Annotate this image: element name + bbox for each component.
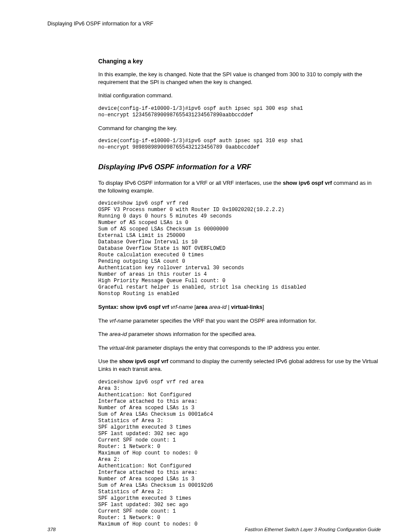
syntax-pipe: |: [227, 304, 231, 310]
page-number: 378: [47, 527, 56, 532]
heading-displaying-ipv6-ospf-vrf: Displaying IPv6 OSPF information for a V…: [98, 163, 381, 171]
para-initial-config: Initial configuration command.: [98, 92, 381, 100]
page-footer: 378 FastIron Ethernet Switch Layer 3 Rou…: [47, 527, 381, 532]
para-use-command: Use the show ipv6 ospf vrf command to di…: [98, 358, 381, 373]
para-change-key: Command for changing the key.: [98, 124, 381, 132]
syntax-bracket-open: [: [193, 304, 196, 310]
heading-changing-a-key: Changing a key: [98, 58, 381, 65]
param-vrf-name: vrf-name: [109, 317, 131, 324]
para-area-id: The area-id parameter shows information …: [98, 330, 381, 338]
text: Use the: [98, 358, 119, 364]
syntax-area-kw: area: [196, 304, 208, 310]
text: parameter shows information for the spec…: [127, 331, 256, 337]
text: To display IPv6 OSPF information for a V…: [98, 180, 283, 186]
text: parameter specifies the VRF that you wan…: [131, 317, 316, 324]
syntax-lead: Syntax: show ipv6 ospf vrf: [98, 304, 171, 310]
syntax-vrf-name: vrf-name: [171, 304, 193, 310]
text: The: [98, 331, 109, 337]
param-area-id: area-id: [109, 331, 127, 337]
running-header: Displaying IPv6 OSPF information for a V…: [47, 21, 381, 27]
code-initial-config: device(config-if-e10000-1/3)#ipv6 ospf a…: [98, 106, 381, 118]
param-virtual-link: virtual-link: [109, 345, 135, 351]
text: The: [98, 345, 109, 351]
footer-title: FastIron Ethernet Switch Layer 3 Routing…: [245, 527, 381, 532]
para-display-intro: To display IPv6 OSPF information for a V…: [98, 179, 381, 194]
code-show-ipv6-ospf-vrf-area: device#show ipv6 ospf vrf red area Area …: [98, 379, 381, 528]
syntax-area-id: area-id: [209, 304, 226, 310]
para-key-intro: In this example, the key is changed. Not…: [98, 71, 381, 86]
command-show-ipv6-ospf-vrf-2: show ipv6 ospf vrf: [119, 358, 168, 364]
para-virtual-link: The virtual-link parameter displays the …: [98, 344, 381, 352]
para-vrf-name: The vrf-name parameter specifies the VRF…: [98, 317, 381, 325]
code-change-key: device(config-if-e10000-1/3)#ipv6 ospf a…: [98, 138, 381, 151]
text: parameter displays the entry that corres…: [135, 345, 320, 351]
text: The: [98, 317, 109, 324]
syntax-line: Syntax: show ipv6 ospf vrf vrf-name [are…: [98, 303, 381, 311]
syntax-virtual-links: virtual-links: [231, 304, 262, 310]
code-show-ipv6-ospf-vrf: device#show ipv6 ospf vrf red OSPF V3 Pr…: [98, 200, 381, 297]
command-show-ipv6-ospf-vrf: show ipv6 ospf vrf: [283, 180, 332, 186]
syntax-bracket-close: ]: [262, 304, 264, 310]
